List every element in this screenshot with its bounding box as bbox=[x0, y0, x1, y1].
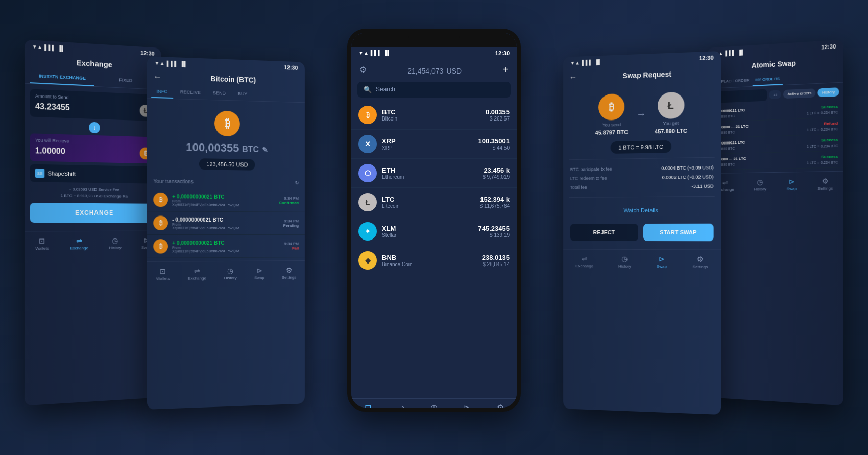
coin-row-xrp[interactable]: ✕ XRP XRP 100.35001 $ 44.50 bbox=[351, 130, 517, 159]
atomic-tab-my-orders[interactable]: MY ORDERS bbox=[752, 73, 782, 86]
main-nav-wallets[interactable]: ⊡ Wallets bbox=[351, 403, 384, 412]
btc-tab-info[interactable]: INFO bbox=[151, 85, 173, 99]
btc-tab-receive[interactable]: RECEIVE bbox=[175, 86, 206, 99]
swap-get-amount: 457.890 LTC bbox=[655, 127, 687, 134]
transactions-label: Your transactions bbox=[153, 178, 193, 184]
btc-screen: ▼▲ ▌▌▌ ▐▌ 12:30 ← Bitcoin (BTC) INFO REC… bbox=[147, 56, 305, 410]
watch-details-link[interactable]: Watch Details bbox=[563, 201, 721, 218]
tx-item-1[interactable]: ₿ - 0,00000000021 BTC From XqHt831rFj5tr… bbox=[147, 211, 305, 235]
tx-time-0: 9:34 PM bbox=[279, 196, 299, 200]
shapeshift-icon: SS bbox=[35, 168, 45, 178]
receive-row: 1.00000 ₿ bbox=[35, 144, 152, 159]
btc-nav-wallets[interactable]: ⊡ Wallets bbox=[156, 267, 170, 281]
btc-swap-icon: ⊳ bbox=[256, 266, 262, 274]
coin-row-bnb[interactable]: ◆ BNB Binance Coin 238.0135 $ 28,845.14 bbox=[351, 246, 517, 275]
bnb-symbol: BNB bbox=[382, 254, 477, 261]
atomic-nav-swap[interactable]: ⊳ Swap bbox=[787, 177, 797, 191]
btc-tab-send[interactable]: SEND bbox=[208, 87, 231, 100]
btc-coin-icon: ₿ bbox=[214, 110, 240, 136]
exchange-button[interactable]: EXCHANGE bbox=[30, 203, 156, 223]
coin-row-xlm[interactable]: ✦ XLM Stellar 745.23455 $ 139.19 bbox=[351, 217, 517, 246]
swap-nav-history[interactable]: ◷ History bbox=[618, 254, 631, 268]
btc-nav-exchange[interactable]: ⇌ Exchange bbox=[188, 267, 206, 280]
swap-nav-history-label: History bbox=[618, 264, 631, 268]
main-nav-history[interactable]: ◷ History bbox=[418, 403, 451, 412]
atomic-tab-place-order[interactable]: PLACE ORDER bbox=[718, 75, 753, 88]
refresh-icon[interactable]: ↻ bbox=[295, 180, 299, 185]
reject-button[interactable]: REJECT bbox=[570, 224, 638, 241]
nav-history[interactable]: ◷ History bbox=[109, 236, 121, 250]
btc-nav-settings[interactable]: ⚙ Settings bbox=[282, 266, 296, 280]
swap-time: 12:30 bbox=[699, 54, 714, 61]
btc-edit-icon[interactable]: ✎ bbox=[262, 146, 268, 154]
swap-nav-swap[interactable]: ⊳ Swap bbox=[657, 255, 667, 269]
search-placeholder: Search bbox=[376, 86, 395, 93]
xrp-name: XRP bbox=[382, 145, 473, 151]
add-wallet-icon[interactable]: + bbox=[502, 64, 509, 76]
shapeshift-logo: SS ShapeShift bbox=[30, 164, 156, 183]
tx-item-0[interactable]: ₿ + 0,00000000021 BTC From XqHt831rFj5tr… bbox=[147, 188, 305, 212]
btc-back-button[interactable]: ← bbox=[153, 72, 161, 82]
atomic-bottom-nav: ⇌ Exchange ◷ History ⊳ Swap ⚙ Settings bbox=[707, 171, 843, 196]
order-row-3[interactable]: ,0000000 ... 21 LTC Success > 457.890 BT… bbox=[707, 151, 843, 170]
btc-battery-icon: ▐▌ bbox=[180, 61, 187, 67]
swap-request-screen: ▼▲ ▌▌▌ ▐▌ 12:30 ← Swap Request ₿ You sen… bbox=[563, 51, 721, 414]
search-bar[interactable]: 🔍 Search bbox=[357, 82, 511, 98]
swap-nav-swap-label: Swap bbox=[657, 264, 667, 269]
filter-icon[interactable]: ⚙ bbox=[359, 65, 367, 75]
btc-tab-buy[interactable]: BUY bbox=[233, 88, 252, 101]
tab-instant-exchange[interactable]: INSTATN EXCHANGE bbox=[30, 68, 94, 86]
swap-nav-settings[interactable]: ⚙ Settings bbox=[693, 255, 708, 269]
tx-from-2: From bbox=[172, 245, 280, 249]
eth-balance: 23.456 k $ 9,749,019 bbox=[483, 166, 510, 180]
atomic-nav-settings[interactable]: ⚙ Settings bbox=[817, 177, 833, 191]
coin-row-eth[interactable]: ⬡ ETH Ethereum 23.456 k $ 9,749,019 bbox=[351, 159, 517, 188]
nav-exchange-label: Exchange bbox=[70, 246, 88, 250]
atomic-history-icon: ◷ bbox=[757, 178, 763, 186]
swap-back-button[interactable]: ← bbox=[569, 73, 577, 82]
tab-history[interactable]: History bbox=[818, 87, 839, 97]
swap-nav-exchange-label: Exchange bbox=[575, 264, 593, 268]
xlm-name: Stellar bbox=[382, 232, 473, 238]
coin-row-btc[interactable]: ₿ BTC Bitcoin 0.00355 $ 262.57 bbox=[351, 101, 517, 130]
main-nav-settings[interactable]: ⚙ Settings bbox=[484, 403, 517, 412]
xrp-coin-usd: $ 44.50 bbox=[478, 145, 510, 151]
btc-nav-swap[interactable]: ⊳ Swap bbox=[254, 266, 264, 280]
coin-list: ₿ BTC Bitcoin 0.00355 $ 262.57 ✕ XRP bbox=[351, 101, 517, 275]
tx-right-0: 9:34 PM Confirmed bbox=[279, 196, 299, 205]
swap-exchange-icon: ⇌ bbox=[582, 254, 588, 262]
btc-time: 12:30 bbox=[284, 64, 298, 71]
notch bbox=[408, 33, 460, 42]
tab-active-orders[interactable]: Active orders bbox=[783, 88, 815, 99]
swap-signal-icon: ▌▌▌ bbox=[582, 59, 593, 65]
xrp-symbol: XRP bbox=[382, 137, 473, 145]
btc-coin-usd: $ 262.57 bbox=[486, 116, 510, 122]
nav-wallets[interactable]: ⊡ Wallets bbox=[35, 236, 49, 251]
btc-nav-wallets-label: Wallets bbox=[156, 276, 170, 281]
eth-info: ETH Ethereum bbox=[382, 166, 477, 180]
xlm-symbol: XLM bbox=[382, 225, 473, 232]
start-swap-button[interactable]: START SWAP bbox=[643, 223, 714, 241]
nav-exchange[interactable]: ⇌ Exchange bbox=[70, 236, 88, 250]
main-wallets-icon: ⊡ bbox=[365, 403, 371, 412]
btc-fee-label: BTC paricipate tx fee bbox=[570, 166, 612, 172]
main-nav-swap[interactable]: ⊳ Swap bbox=[450, 403, 484, 412]
xlm-info: XLM Stellar bbox=[382, 225, 473, 238]
search-icon: 🔍 bbox=[364, 86, 372, 93]
main-nav-exchange[interactable]: ⇌ Exchange bbox=[384, 403, 418, 412]
coin-row-ltc[interactable]: Ł LTC Litecoin 152.394 k $ 11,675,764 bbox=[351, 188, 517, 217]
swap-nav-exchange[interactable]: ⇌ Exchange bbox=[575, 254, 593, 268]
btc-name: Bitcoin bbox=[382, 116, 480, 122]
atomic-nav-history[interactable]: ◷ History bbox=[754, 178, 766, 191]
swap-direction-arrow[interactable]: ↓ bbox=[89, 122, 100, 133]
receive-group: You will Recieve 1.00000 ₿ bbox=[30, 133, 156, 163]
tx-item-2[interactable]: ₿ + 0,00000000021 BTC From XqHt831rFj5tr… bbox=[147, 234, 305, 258]
main-exchange-icon: ⇌ bbox=[398, 403, 404, 412]
btc-nav-history[interactable]: ◷ History bbox=[224, 266, 237, 280]
exchange-screen: ▼▲ ▌▌▌ ▐▌ 12:30 Exchange INSTATN EXCHANG… bbox=[25, 39, 161, 405]
swap-battery-icon: ▐▌ bbox=[594, 59, 601, 64]
amount-to-send-group: Amount to Send 43.23455 Ł bbox=[30, 89, 156, 121]
tx-amount-0: + 0,00000000021 BTC bbox=[172, 193, 275, 200]
eth-coin-amount: 23.456 k bbox=[483, 166, 510, 174]
tab-ss[interactable]: ss bbox=[769, 90, 782, 99]
